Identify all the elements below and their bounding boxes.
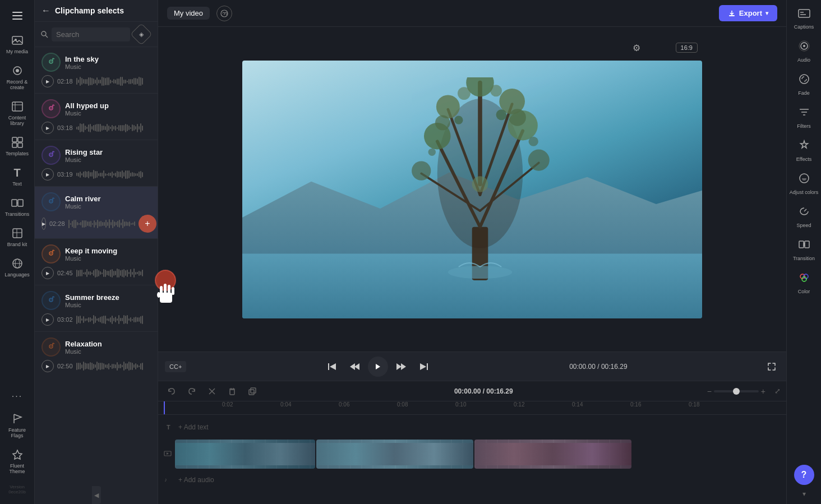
music-name: All hyped up	[65, 101, 151, 110]
ruler-marks: 0:020:040:060:080:100:120:140:160:18	[164, 401, 781, 415]
preview-settings-button[interactable]: ⚙	[633, 43, 640, 53]
music-play-button[interactable]: ▶	[41, 122, 54, 134]
auto-captions-button[interactable]	[216, 6, 232, 21]
audio-panel-button[interactable]: Audio	[788, 35, 820, 67]
captions-panel-button[interactable]: Captions	[788, 4, 820, 34]
music-list: In the sky Music ▶ 02:18 All hyped up Mu…	[35, 47, 158, 374]
panel-back-button[interactable]: ←	[41, 6, 50, 16]
rewind-button[interactable]	[345, 358, 363, 376]
panel-collapse-button[interactable]: ◀	[92, 486, 101, 504]
zoom-in-button[interactable]: +	[761, 387, 765, 396]
redo-button[interactable]	[184, 383, 200, 399]
music-item-all-hyped-up[interactable]: All hyped up Music ▶ 03:18	[35, 94, 158, 140]
sidebar-item-transitions[interactable]: Transitions	[2, 192, 33, 221]
music-item-keep-it-moving[interactable]: Keep it moving Music ▶ 02:45	[35, 239, 158, 285]
content-library-icon	[11, 100, 24, 113]
svg-point-65	[528, 149, 550, 170]
cc-button[interactable]: CC+	[165, 361, 186, 372]
sidebar-item-text[interactable]: T Text	[2, 162, 33, 191]
svg-rect-11	[18, 137, 22, 142]
video-clip-3[interactable]	[474, 440, 631, 469]
speed-panel-button[interactable]: Speed	[788, 201, 820, 233]
sidebar-item-more[interactable]: ···	[2, 386, 33, 407]
music-play-button[interactable]: ▶	[41, 267, 54, 279]
fast-forward-button[interactable]	[393, 358, 410, 376]
effects-panel-button[interactable]: Effects	[788, 135, 820, 167]
zoom-out-button[interactable]: −	[707, 387, 712, 396]
music-item-summer-breeze[interactable]: Summer breeze Music ▶ 03:02	[35, 285, 158, 332]
undo-button[interactable]	[164, 383, 179, 399]
svg-point-40	[50, 253, 52, 254]
project-tab[interactable]: My video	[167, 7, 210, 20]
export-button[interactable]: Export ▾	[719, 5, 777, 21]
music-play-button[interactable]: ▶	[41, 168, 54, 181]
fullscreen-button[interactable]	[764, 359, 780, 374]
music-controls: ▶ 02:45	[41, 267, 151, 279]
cut-button[interactable]	[204, 383, 220, 399]
expand-timeline-button[interactable]: ⤢	[774, 387, 781, 395]
waveform	[76, 122, 151, 133]
sidebar-item-content-library[interactable]: Content library	[2, 96, 33, 131]
music-play-button[interactable]: ▶	[41, 360, 54, 372]
copy-button[interactable]	[245, 383, 260, 399]
music-item-relaxation[interactable]: Relaxation Music ▶ 02:50	[35, 332, 158, 374]
sidebar-item-templates[interactable]: Templates	[2, 132, 33, 161]
music-info: Rising star Music	[65, 148, 151, 163]
video-clip-2[interactable]	[316, 440, 473, 469]
music-name: In the sky	[65, 55, 151, 63]
play-button[interactable]	[368, 357, 388, 377]
music-duration: 02:28	[49, 220, 65, 227]
sidebar-item-fluent-theme[interactable]: Fluent Theme	[2, 444, 33, 479]
fluent-theme-label: Fluent Theme	[4, 463, 31, 474]
svg-rect-87	[249, 390, 254, 395]
video-clip-1[interactable]	[175, 440, 315, 469]
search-input[interactable]	[52, 27, 130, 41]
filters-panel-button[interactable]: Filters	[788, 101, 820, 133]
music-play-button[interactable]: ▶	[41, 313, 54, 326]
music-play-button[interactable]: ▶	[41, 75, 54, 87]
music-item-calm-river[interactable]: Calm river Music ▶ 02:28 +	[35, 187, 158, 239]
music-type: Music	[65, 63, 151, 70]
aspect-ratio-badge[interactable]: 16:9	[676, 43, 698, 53]
transitions-icon	[11, 197, 24, 209]
video-clips-container	[175, 440, 781, 469]
fade-panel-button[interactable]: Fade	[788, 68, 820, 100]
svg-point-51	[221, 10, 228, 17]
add-audio-button[interactable]: + Add audio	[178, 476, 214, 484]
sidebar-item-feature-flags[interactable]: Feature Flags	[2, 408, 33, 443]
sidebar-item-languages[interactable]: Languages	[2, 253, 33, 282]
templates-label: Templates	[6, 151, 29, 156]
sidebar-item-my-media[interactable]: My media	[2, 30, 33, 59]
add-music-button[interactable]: +	[139, 215, 156, 233]
help-button[interactable]: ?	[794, 465, 814, 485]
adjust-colors-panel-button[interactable]: Adjust colors	[788, 168, 820, 200]
hamburger-menu[interactable]	[6, 4, 29, 27]
music-type: Music	[65, 110, 151, 117]
svg-line-30	[53, 105, 54, 105]
color-panel-button[interactable]: Color	[788, 267, 820, 299]
music-item-in-the-sky[interactable]: In the sky Music ▶ 02:18	[35, 47, 158, 94]
svg-rect-88	[251, 388, 256, 393]
fluent-theme-icon	[11, 448, 24, 461]
skip-back-button[interactable]	[323, 358, 341, 376]
music-item-rising-star[interactable]: Rising star Music ▶ 03:19	[35, 140, 158, 187]
music-avatar	[41, 99, 61, 118]
captions-icon	[798, 9, 810, 22]
diamond-button[interactable]: ◈	[130, 23, 153, 45]
skip-forward-button[interactable]	[415, 358, 433, 376]
music-duration: 03:18	[57, 124, 73, 131]
music-play-button[interactable]: ▶	[41, 218, 46, 230]
music-info: Summer breeze Music	[65, 293, 151, 308]
sidebar-item-record-create[interactable]: Record & create	[2, 60, 33, 95]
right-sidebar: Captions Audio Fade Filters Effects Adju…	[786, 0, 821, 504]
collapse-right-sidebar-button[interactable]: ▾	[795, 488, 813, 500]
zoom-slider[interactable]	[714, 390, 759, 392]
music-duration: 02:18	[57, 78, 73, 85]
svg-rect-3	[12, 36, 22, 44]
panel-header: ← Clipchamp selects	[35, 0, 158, 22]
transition-panel-button[interactable]: Transition	[788, 234, 820, 266]
add-text-button[interactable]: + Add text	[178, 423, 209, 431]
svg-point-74	[458, 87, 471, 100]
delete-button[interactable]	[224, 383, 240, 399]
sidebar-item-brand-kit[interactable]: Brand kit	[2, 223, 33, 252]
